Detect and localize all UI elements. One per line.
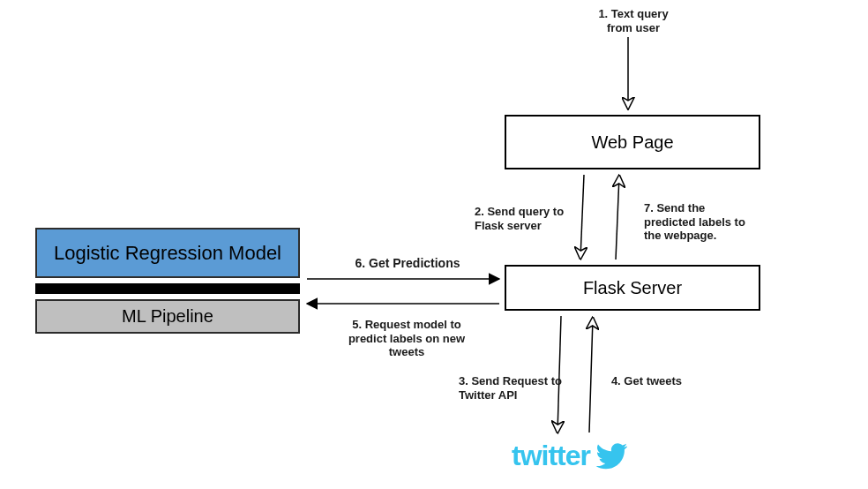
label-step-5: 5. Request model to predict labels on ne… [340, 318, 473, 359]
separator-strip [35, 283, 300, 294]
node-web-page-label: Web Page [591, 132, 673, 153]
twitter-logo-text: twitter [512, 440, 590, 472]
label-step-7: 7. Send the predicted labels to the webp… [644, 201, 750, 243]
label-step-1: 1. Text query from user [589, 7, 677, 34]
label-step-4: 4. Get tweets [607, 374, 686, 388]
node-web-page: Web Page [505, 115, 760, 169]
label-step-2: 2. Send query to Flask server [475, 205, 572, 232]
label-step-6: 6. Get Predictions [346, 256, 469, 271]
node-logistic-regression-model: Logistic Regression Model [35, 228, 300, 278]
twitter-bird-icon [595, 443, 627, 470]
svg-line-2 [616, 176, 619, 260]
model-pipeline-stack: Logistic Regression Model ML Pipeline [35, 228, 300, 334]
node-flask-server: Flask Server [505, 265, 760, 311]
svg-line-4 [589, 318, 593, 433]
node-flask-server-label: Flask Server [583, 278, 682, 298]
svg-line-1 [580, 175, 584, 259]
node-ml-pipeline: ML Pipeline [35, 299, 300, 334]
label-step-3: 3. Send Request to Twitter API [459, 374, 565, 402]
twitter-logo: twitter [512, 440, 627, 472]
